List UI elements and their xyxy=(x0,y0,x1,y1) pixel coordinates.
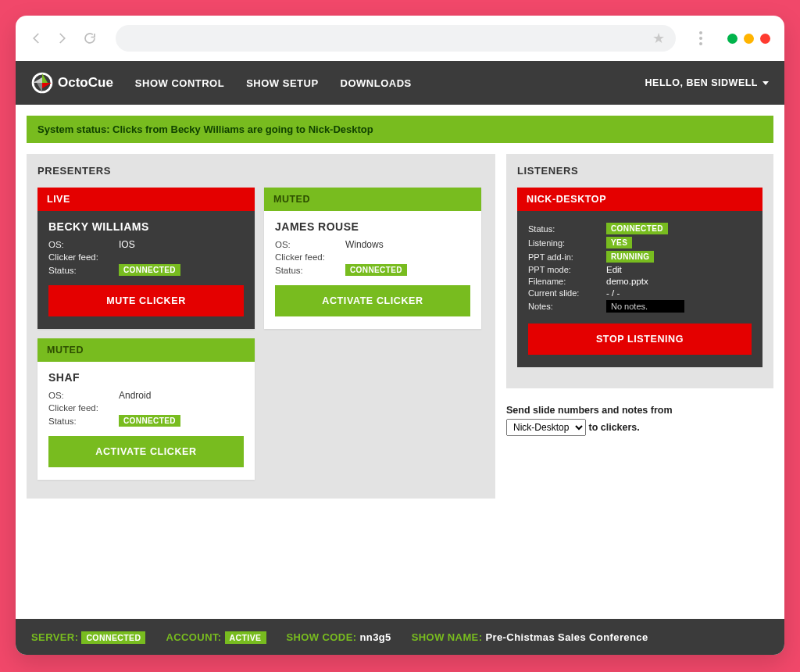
presenter-card: MUTEDJAMES ROUSEOS:WindowsClicker feed:S… xyxy=(264,188,481,329)
presenter-state: LIVE xyxy=(38,188,255,211)
presenter-name: SHAF xyxy=(48,371,244,384)
back-icon[interactable] xyxy=(30,31,44,45)
presenter-action-button[interactable]: MUTE CLICKER xyxy=(48,285,244,316)
presenter-state: MUTED xyxy=(264,188,481,211)
nav-downloads[interactable]: DOWNLOADS xyxy=(341,77,412,89)
content-area: System status: Clicks from Becky William… xyxy=(16,105,784,619)
forward-icon[interactable] xyxy=(55,31,69,45)
presenter-status-badge: CONNECTED xyxy=(345,264,407,276)
presenter-status-badge: CONNECTED xyxy=(119,264,180,276)
show-name-value: Pre-Chistmas Sales Conference xyxy=(485,631,648,643)
presenters-panel: PRESENTERS LIVEBECKY WILLIAMSOS:IOSClick… xyxy=(27,154,495,499)
send-notes-control: Send slide numbers and notes from Nick-D… xyxy=(506,402,773,437)
browser-chrome: ★ xyxy=(16,16,784,61)
presenter-name: BECKY WILLIAMS xyxy=(48,220,244,233)
nav-show-control[interactable]: SHOW CONTROL xyxy=(135,77,224,89)
presenter-name: JAMES ROUSE xyxy=(275,220,470,233)
app-page: OctoCue SHOW CONTROL SHOW SETUP DOWNLOAD… xyxy=(16,61,784,655)
bookmark-star-icon[interactable]: ★ xyxy=(652,30,665,47)
notes-value: No notes. xyxy=(606,300,684,313)
nav-show-setup[interactable]: SHOW SETUP xyxy=(246,77,318,89)
window-dot-yellow[interactable] xyxy=(744,34,754,44)
listener-card: NICK-DESKTOP Status:CONNECTED Listening:… xyxy=(517,188,762,367)
presenter-state: MUTED xyxy=(38,338,255,362)
notes-source-select[interactable]: Nick-Desktop xyxy=(506,419,586,436)
show-code-value: nn3g5 xyxy=(359,631,391,643)
chevron-down-icon xyxy=(762,81,769,85)
browser-menu-icon[interactable] xyxy=(699,31,702,45)
presenter-card: LIVEBECKY WILLIAMSOS:IOSClicker feed:Sta… xyxy=(38,188,255,329)
presenter-os: Windows xyxy=(345,239,470,250)
ppt-mode-value: Edit xyxy=(606,265,752,274)
brand-name: OctoCue xyxy=(58,75,113,91)
footer-bar: SERVER: CONNECTED ACCOUNT: ACTIVE SHOW C… xyxy=(16,619,784,655)
reload-icon[interactable] xyxy=(83,31,97,45)
app-logo[interactable]: OctoCue xyxy=(31,72,113,94)
window-controls xyxy=(727,34,770,44)
presenter-os: IOS xyxy=(119,239,244,250)
presenter-card: MUTEDSHAFOS:AndroidClicker feed:Status:C… xyxy=(38,338,255,480)
addin-badge: RUNNING xyxy=(606,251,654,263)
aperture-icon xyxy=(31,72,53,94)
presenter-status-badge: CONNECTED xyxy=(119,415,180,427)
listeners-heading: LISTENERS xyxy=(517,165,762,177)
account-status-pill: ACTIVE xyxy=(225,631,266,644)
filename-value: demo.pptx xyxy=(606,277,752,286)
stop-listening-button[interactable]: STOP LISTENING xyxy=(528,323,752,355)
current-slide-value: - / - xyxy=(606,288,752,298)
window-dot-red[interactable] xyxy=(760,34,770,44)
url-bar[interactable]: ★ xyxy=(116,25,676,52)
presenter-action-button[interactable]: ACTIVATE CLICKER xyxy=(48,436,244,467)
listening-badge: YES xyxy=(606,237,632,248)
presenters-heading: PRESENTERS xyxy=(38,165,484,177)
presenter-action-button[interactable]: ACTIVATE CLICKER xyxy=(275,285,470,316)
listener-name: NICK-DESKTOP xyxy=(517,188,762,211)
user-greeting: HELLO, BEN SIDWELL xyxy=(645,77,758,88)
listeners-panel: LISTENERS NICK-DESKTOP Status:CONNECTED … xyxy=(506,154,773,388)
top-nav: OctoCue SHOW CONTROL SHOW SETUP DOWNLOAD… xyxy=(16,61,784,105)
window-dot-green[interactable] xyxy=(727,34,738,44)
user-menu[interactable]: HELLO, BEN SIDWELL xyxy=(645,77,769,88)
status-badge: CONNECTED xyxy=(606,223,668,234)
presenter-os: Android xyxy=(119,390,244,401)
browser-window: ★ OctoCue SHOW CONTROL SHOW SETUP xyxy=(16,16,784,655)
system-status-banner: System status: Clicks from Becky William… xyxy=(27,116,773,143)
server-status-pill: CONNECTED xyxy=(81,631,145,644)
